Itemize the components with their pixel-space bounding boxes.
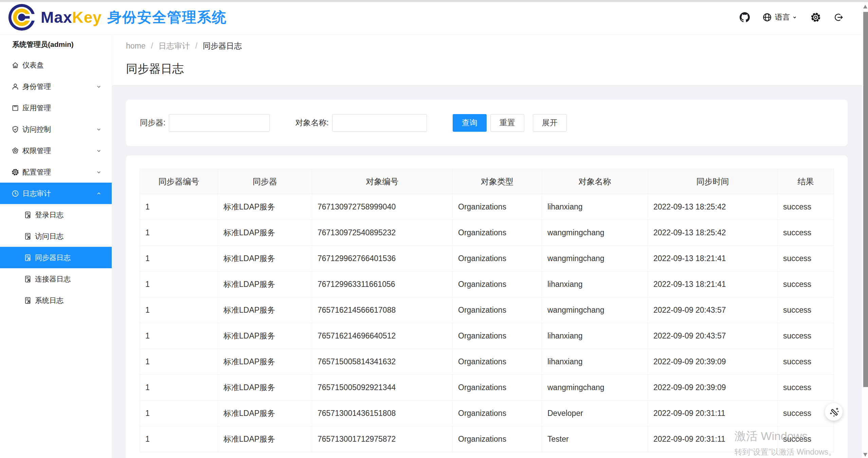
table-cell: 767129962766401536 — [312, 246, 453, 272]
sidebar-item-system-log[interactable]: 系统日志 — [0, 290, 112, 311]
search-button[interactable]: 查询 — [453, 114, 487, 132]
sidebar-item-access-control[interactable]: 访问控制 — [0, 118, 112, 140]
filter-card: 同步器: 对象名称: 查询 重置 展开 — [126, 99, 848, 146]
sidebar-item-permissions[interactable]: 权限管理 — [0, 140, 112, 161]
breadcrumb-home[interactable]: home — [126, 41, 146, 51]
breadcrumb-current: 同步器日志 — [203, 41, 242, 51]
table-cell: lihanxiang — [542, 272, 648, 297]
sidebar-item-applications[interactable]: 应用管理 — [0, 97, 112, 118]
breadcrumb-separator: / — [195, 41, 197, 51]
sidebar-item-label: 登录日志 — [35, 210, 64, 220]
table-cell: 767130972540895232 — [312, 220, 453, 246]
header-actions: 语言 — [740, 0, 844, 35]
home-icon — [11, 61, 19, 69]
sidebar-item-label: 仪表盘 — [22, 60, 44, 70]
synchronizer-input[interactable] — [169, 114, 270, 132]
breadcrumb: home / 日志审计 / 同步器日志 — [126, 41, 242, 51]
table-cell: success — [778, 194, 834, 220]
table-cell: 标准LDAP服务 — [218, 297, 312, 323]
table-cell: 2022-09-13 18:25:42 — [648, 220, 778, 246]
table-cell: 1 — [140, 349, 218, 375]
table-cell: 1 — [140, 426, 218, 452]
sidebar-item-connector-log[interactable]: 连接器日志 — [0, 268, 112, 290]
table-cell: 2022-09-09 20:31:11 — [648, 401, 778, 426]
vertical-scrollbar[interactable] — [862, 2, 868, 458]
app-header: MaxKey 身份安全管理系统 语言 — [0, 0, 868, 35]
sidebar-item-label: 系统日志 — [35, 296, 64, 305]
sidebar-item-dashboard[interactable]: 仪表盘 — [0, 54, 112, 76]
table-cell: Organizations — [453, 401, 542, 426]
object-name-label: 对象名称: — [295, 117, 328, 128]
table-cell: 1 — [140, 323, 218, 349]
table-cell: 2022-09-13 18:25:42 — [648, 194, 778, 220]
sidebar-menu: 仪表盘 身份管理 应用管理 访问控制 权限管理 — [0, 54, 112, 311]
sidebar-item-configuration[interactable]: 配置管理 — [0, 161, 112, 183]
table-cell: 2022-09-13 18:21:41 — [648, 246, 778, 272]
sidebar-item-log-audit[interactable]: 日志审计 — [0, 183, 112, 204]
table-row: 1标准LDAP服务765713001712975872Organizations… — [140, 426, 834, 452]
table-cell: 765713001436151808 — [312, 401, 453, 426]
table-cell: 标准LDAP服务 — [218, 349, 312, 375]
reset-button[interactable]: 重置 — [490, 114, 524, 132]
window-top-edge — [0, 0, 868, 2]
table-cell: 1 — [140, 194, 218, 220]
github-icon[interactable] — [740, 12, 750, 22]
globe-icon — [762, 12, 772, 22]
sync-log-table: 同步器编号同步器对象编号对象类型对象名称同步时间结果 1标准LDAP服务7671… — [140, 169, 834, 452]
table-cell: 765715005814341632 — [312, 349, 453, 375]
table-cell: 标准LDAP服务 — [218, 323, 312, 349]
floating-tool-button[interactable] — [825, 403, 843, 421]
table-body: 1标准LDAP服务767130972758999040Organizations… — [140, 194, 834, 452]
table-cell: Organizations — [453, 194, 542, 220]
expand-button[interactable]: 展开 — [533, 114, 567, 132]
scrollbar-up-arrow[interactable] — [863, 5, 867, 8]
sidebar-item-label: 连接器日志 — [35, 274, 71, 284]
table-cell: Organizations — [453, 349, 542, 375]
table-cell: Organizations — [453, 426, 542, 452]
table-cell: 标准LDAP服务 — [218, 401, 312, 426]
chevron-up-icon — [95, 190, 102, 197]
table-cell: 765716214696640512 — [312, 323, 453, 349]
table-cell: 1 — [140, 272, 218, 297]
table-cell: 2022-09-13 18:21:41 — [648, 272, 778, 297]
language-dropdown[interactable]: 语言 — [762, 12, 798, 22]
scrollbar-down-arrow[interactable] — [863, 453, 867, 457]
table-row: 1标准LDAP服务767130972758999040Organizations… — [140, 194, 834, 220]
table-header-row: 同步器编号同步器对象编号对象类型对象名称同步时间结果 — [140, 169, 834, 194]
table-cell: 标准LDAP服务 — [218, 246, 312, 272]
table-cell: Organizations — [453, 220, 542, 246]
appstore-icon — [11, 104, 19, 112]
sidebar-item-synchronizer-log[interactable]: 同步器日志 — [0, 247, 112, 268]
logout-icon[interactable] — [833, 12, 844, 22]
table-row: 1标准LDAP服务767129963311661056Organizations… — [140, 272, 834, 297]
table-cell: 765713001712975872 — [312, 426, 453, 452]
table-row: 1标准LDAP服务767130972540895232Organizations… — [140, 220, 834, 246]
table-cell: 1 — [140, 375, 218, 401]
sidebar-item-label: 同步器日志 — [35, 253, 71, 262]
object-name-input[interactable] — [332, 114, 427, 132]
table-cell: 2022-09-09 20:43:57 — [648, 323, 778, 349]
breadcrumb-log-audit[interactable]: 日志审计 — [159, 41, 190, 51]
table-cell: 2022-09-09 20:43:57 — [648, 297, 778, 323]
table-cell: success — [778, 246, 834, 272]
log-doc-icon — [24, 211, 32, 219]
table-cell: 1 — [140, 246, 218, 272]
table-cell: 标准LDAP服务 — [218, 194, 312, 220]
scrollbar-thumb[interactable] — [863, 12, 868, 387]
table-cell: 标准LDAP服务 — [218, 272, 312, 297]
page-title: 同步器日志 — [126, 61, 184, 77]
settings-gear-icon[interactable] — [810, 12, 821, 23]
chevron-down-icon — [95, 83, 102, 90]
table-cell: wangmingchang — [542, 375, 648, 401]
sidebar-item-identity[interactable]: 身份管理 — [0, 76, 112, 97]
table-column-header: 对象编号 — [312, 169, 453, 194]
sidebar-item-access-log[interactable]: 访问日志 — [0, 225, 112, 247]
sidebar-item-login-log[interactable]: 登录日志 — [0, 204, 112, 225]
sidebar: 系统管理员(admin) 仪表盘 身份管理 应用管理 访问控制 — [0, 35, 112, 458]
table-card: 同步器编号同步器对象编号对象类型对象名称同步时间结果 1标准LDAP服务7671… — [126, 155, 848, 458]
log-doc-icon — [24, 275, 32, 283]
table-cell: Organizations — [453, 246, 542, 272]
table-cell: Organizations — [453, 272, 542, 297]
table-cell: lihanxiang — [542, 194, 648, 220]
table-column-header: 同步器 — [218, 169, 312, 194]
